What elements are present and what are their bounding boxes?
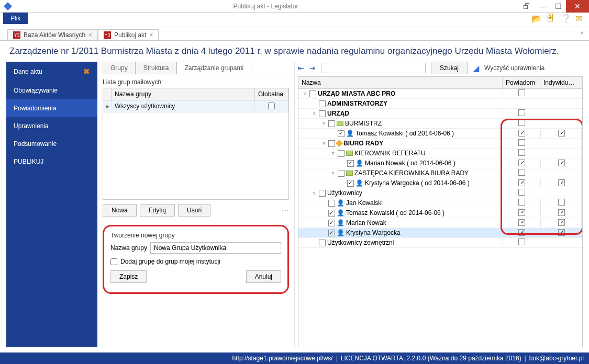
tree-row[interactable]: 👤Tomasz Kowalski ( od 2014-06-06 ) <box>298 129 582 139</box>
tree-search-button[interactable]: Szukaj <box>431 62 468 74</box>
sidebar-item-publikuj[interactable]: PUBLIKUJ <box>6 153 97 170</box>
sidebar-item-podsumowanie[interactable]: Podsumowanie <box>6 135 97 153</box>
tree-row-checkbox[interactable] <box>328 120 335 127</box>
subtab-grupy[interactable]: Grupy <box>103 62 136 74</box>
notify-checkbox[interactable] <box>518 238 525 245</box>
tree-row-checkbox[interactable] <box>328 220 335 226</box>
toolbar-mail-icon[interactable]: ✉ <box>575 14 585 23</box>
tree-row-checkbox[interactable] <box>328 200 335 207</box>
maillist-global-checkbox[interactable] <box>268 103 275 109</box>
tree-row-checkbox[interactable] <box>328 140 335 147</box>
expander-icon[interactable]: ▿ <box>312 111 317 117</box>
eraser-icon[interactable]: ◢ <box>473 63 479 73</box>
tree-row-checkbox[interactable] <box>347 160 354 167</box>
tab-close-icon[interactable]: × <box>149 31 153 39</box>
menu-plik[interactable]: Plik <box>3 13 28 24</box>
sidebar-item-obowiazywanie[interactable]: Obowiązywanie <box>6 82 97 99</box>
individual-checkbox[interactable] <box>558 179 565 186</box>
subtab-struktura[interactable]: Struktura <box>136 62 177 74</box>
expander-icon[interactable]: ▿ <box>330 170 336 176</box>
window-maximize-icon[interactable]: ☐ <box>550 0 566 13</box>
tree-row-checkbox[interactable] <box>328 210 335 217</box>
tree-row[interactable]: ▿URZĄD <box>298 109 582 119</box>
tree-row[interactable]: 👤Krystyna Wargocka <box>298 228 582 238</box>
tree-row[interactable]: ▿BIURO RADY <box>298 139 582 149</box>
toolbar-archive-icon[interactable]: 🗄 <box>546 14 555 23</box>
expander-icon[interactable]: ▿ <box>302 91 308 97</box>
tree-row[interactable]: ▿Użytkownicy <box>298 188 582 198</box>
notify-checkbox[interactable] <box>518 179 525 186</box>
notify-checkbox[interactable] <box>518 209 525 216</box>
individual-checkbox[interactable] <box>558 199 565 206</box>
cancel-group-button[interactable]: Anuluj <box>246 270 281 283</box>
expander-icon[interactable]: ▿ <box>321 121 327 127</box>
tree-row-checkbox[interactable] <box>319 190 326 197</box>
notify-checkbox[interactable] <box>518 139 525 146</box>
tree-row[interactable]: 👤Marian Nowak ( od 2014-06-06 ) <box>298 158 582 168</box>
tree-row-checkbox[interactable] <box>328 230 335 236</box>
tab-close-icon[interactable]: × <box>88 31 92 39</box>
tree-row-checkbox[interactable] <box>347 180 354 187</box>
toolbar-open-icon[interactable]: 📂 <box>531 14 541 23</box>
delete-group-button[interactable]: Usuń <box>178 204 210 217</box>
save-group-button[interactable]: Zapisz <box>110 270 147 283</box>
tree-row-checkbox[interactable] <box>319 110 326 117</box>
subtab-zarzadzanie-grupami[interactable]: Zarządzanie grupami <box>176 62 251 74</box>
window-minimize-icon[interactable]: — <box>535 0 550 13</box>
individual-checkbox[interactable] <box>558 160 565 166</box>
notify-checkbox[interactable] <box>518 229 525 236</box>
tree-search-input[interactable] <box>321 63 426 73</box>
tree-row[interactable]: ▿URZĄD MIASTA ABC PRO <box>298 89 582 99</box>
notify-checkbox[interactable] <box>518 169 525 176</box>
tree-row-checkbox[interactable] <box>319 100 326 107</box>
notify-checkbox[interactable] <box>518 160 525 166</box>
notify-checkbox[interactable] <box>518 199 525 206</box>
sidebar-item-dane-aktu[interactable]: Dane aktu ✖ <box>6 62 97 82</box>
close-all-tabs-icon[interactable]: × <box>580 29 584 37</box>
notify-checkbox[interactable] <box>518 219 525 226</box>
tree-row-checkbox[interactable] <box>338 130 344 137</box>
sidebar-item-uprawnienia[interactable]: Uprawnienia <box>6 117 97 135</box>
tree-col-notify[interactable]: Powiadom <box>503 77 540 88</box>
collapse-all-icon[interactable]: ⇤ <box>298 64 304 72</box>
tree-row[interactable]: 👤Krystyna Wargocka ( od 2014-06-06 ) <box>298 178 582 188</box>
new-group-button[interactable]: Nowa <box>103 204 137 217</box>
tree-row[interactable]: 👤Jan Kowalski <box>298 198 582 208</box>
individual-checkbox[interactable] <box>558 219 565 226</box>
tree-row[interactable]: ▿KIEROWNIK REFERATU <box>298 149 582 158</box>
expand-all-icon[interactable]: ⇥ <box>309 64 316 72</box>
expander-icon[interactable]: ▿ <box>321 141 327 146</box>
tab-publikuj-akt[interactable]: Y3 Publikuj akt × <box>98 29 159 40</box>
tree-row-checkbox[interactable] <box>319 240 326 246</box>
tree-row[interactable]: Użytkownicy zewnętrzni <box>298 238 582 248</box>
expander-icon[interactable]: ▿ <box>330 151 336 156</box>
tree-row-checkbox[interactable] <box>338 170 344 177</box>
maillist-row[interactable]: ▸ Wszyscy użytkownicy <box>103 100 288 113</box>
notify-checkbox[interactable] <box>518 149 525 156</box>
individual-checkbox[interactable] <box>558 130 565 136</box>
window-restore-small-icon[interactable]: 🗗 <box>519 0 535 13</box>
tab-baza-aktow[interactable]: Y3 Baza Aktów Własnych × <box>7 29 98 40</box>
tree-col-name[interactable]: Nazwa <box>298 77 503 88</box>
tree-row[interactable]: 👤Tomasz Kowalski ( od 2014-06-06 ) <box>298 208 582 218</box>
tree-row[interactable]: ▿BURMISTRZ <box>298 119 582 129</box>
sidebar-close-icon[interactable]: ✖ <box>83 67 90 76</box>
tree-row[interactable]: 👤Marian Nowak <box>298 218 582 228</box>
maillist-col-global[interactable]: Globalna <box>255 88 288 100</box>
tree-col-individual[interactable]: Indywidu… <box>540 77 582 88</box>
notify-checkbox[interactable] <box>518 130 525 136</box>
expander-icon[interactable]: ▿ <box>312 190 317 196</box>
tree-row[interactable]: ADMINISTRATORZY <box>298 99 582 109</box>
maillist-col-name[interactable]: Nazwa grupy <box>112 88 255 100</box>
notify-checkbox[interactable] <box>518 89 525 96</box>
more-options-icon[interactable]: ⋮ <box>282 207 289 213</box>
notify-checkbox[interactable] <box>518 119 525 126</box>
group-name-input[interactable] <box>150 242 281 254</box>
tree-row-checkbox[interactable] <box>309 90 316 97</box>
sidebar-item-powiadomienia[interactable]: Powiadomienia <box>6 99 97 117</box>
clear-permissions-link[interactable]: Wyczyść uprawnienia <box>484 64 544 72</box>
individual-checkbox[interactable] <box>558 209 565 216</box>
tree-row-checkbox[interactable] <box>338 150 344 157</box>
notify-checkbox[interactable] <box>518 189 525 196</box>
toolbar-help-icon[interactable]: ❔ <box>561 14 570 23</box>
